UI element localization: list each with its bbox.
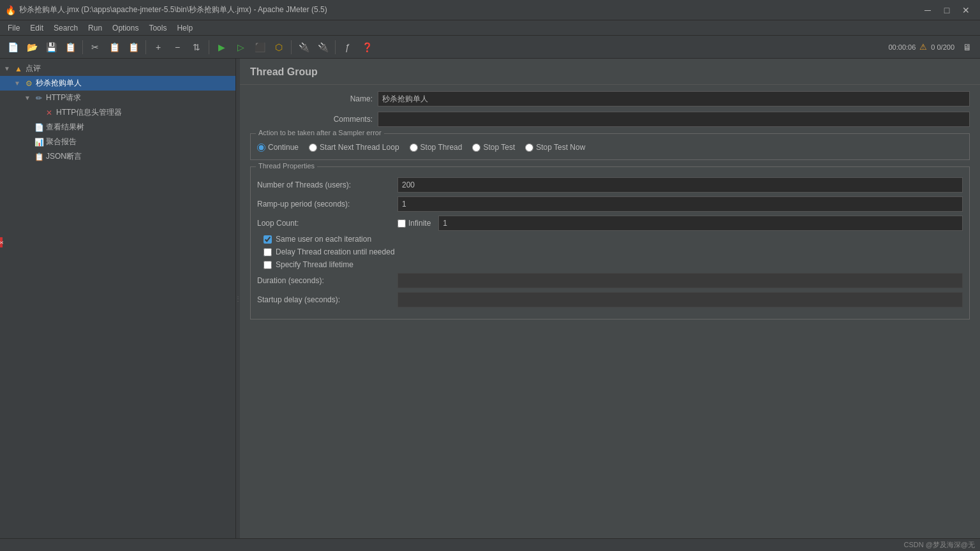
delay-creation-checkbox[interactable] [264, 248, 272, 256]
tree-icon-root: ▲ [13, 64, 24, 74]
tree-label-vrt: 查看结果树 [46, 122, 84, 133]
cut-button[interactable]: ✂ [86, 38, 104, 56]
tree-arrow-agg [23, 138, 32, 147]
stop-button[interactable]: ⬛ [251, 38, 269, 56]
radio-stop-test[interactable]: Stop Test [472, 143, 515, 152]
radio-stop-test-label: Stop Test [483, 143, 515, 152]
radio-stop-thread-label: Stop Thread [420, 143, 463, 152]
radio-start-next[interactable]: Start Next Thread Loop [309, 143, 399, 152]
tree-item-view-results[interactable]: 📄 查看结果树 [0, 120, 235, 135]
tree-icon-json: 📋 [34, 152, 44, 162]
startup-delay-input[interactable] [397, 292, 963, 307]
panel-title: Thread Group [240, 59, 980, 85]
save-button[interactable]: 💾 [42, 38, 60, 56]
infinite-checkbox[interactable] [397, 219, 406, 228]
radio-start-next-input[interactable] [309, 143, 317, 152]
radio-stop-thread[interactable]: Stop Thread [410, 143, 463, 152]
tree-arrow-json [23, 152, 32, 161]
remote-stop-button[interactable]: 🔌 [314, 38, 332, 56]
radio-continue-input[interactable] [257, 143, 265, 152]
tree-label-header: HTTP信息头管理器 [56, 107, 122, 118]
tree-label-agg: 聚合报告 [46, 136, 77, 147]
minimize-button[interactable]: ─ [919, 3, 937, 17]
infinite-label[interactable]: Infinite [408, 219, 431, 228]
window-controls: ─ □ ✕ [919, 3, 975, 17]
menu-edit[interactable]: Edit [25, 22, 48, 34]
toolbar: 📄 📂 💾 📋 ✂ 📋 📋 + − ⇅ ▶ ▷ ⬛ ⬡ 🔌 🔌 ƒ ❓ 00:0… [0, 36, 980, 59]
tree-label-http: HTTP请求 [46, 92, 81, 103]
timer-display: 00:00:06 [888, 43, 916, 51]
action-section-title: Action to be taken after a Sampler error [256, 129, 384, 136]
num-threads-row: Number of Threads (users): [257, 177, 963, 193]
menu-file[interactable]: File [3, 22, 25, 34]
num-threads-input[interactable] [397, 177, 963, 193]
ramp-up-input[interactable] [397, 196, 963, 212]
left-marker-1: X [0, 237, 3, 247]
duration-row: Duration (seconds): [257, 273, 963, 288]
radio-stop-test-now-input[interactable] [525, 143, 533, 152]
comments-row: Comments: [250, 112, 970, 127]
open-button[interactable]: 📂 [23, 38, 41, 56]
menu-help[interactable]: Help [172, 22, 198, 34]
tree-icon-tg: ⚙ [24, 78, 34, 89]
same-user-label[interactable]: Same user on each iteration [276, 235, 371, 244]
delay-creation-label[interactable]: Delay Thread creation until needed [276, 247, 395, 256]
loop-count-row: Loop Count: Infinite [257, 216, 963, 231]
comments-input[interactable] [378, 112, 970, 127]
toggle-button[interactable]: ⇅ [188, 38, 205, 56]
expand-button[interactable]: + [149, 38, 167, 56]
specify-lifetime-row: Specify Thread lifetime [257, 260, 963, 269]
sep5 [335, 40, 336, 54]
start-button[interactable]: ▶ [212, 38, 230, 56]
close-button[interactable]: ✕ [957, 3, 975, 17]
shutdown-button[interactable]: ⬡ [270, 38, 288, 56]
radio-continue-label: Continue [268, 143, 299, 152]
loop-count-input[interactable] [438, 216, 963, 231]
tree-item-http-request[interactable]: ▼ ✏ HTTP请求 [0, 91, 235, 105]
warning-icon: ⚠ [919, 42, 927, 52]
tree-item-root[interactable]: ▼ ▲ 点评 [0, 61, 235, 76]
same-user-checkbox[interactable] [264, 235, 272, 244]
form-area: Name: Comments: Action to be taken after… [240, 85, 980, 332]
menu-tools[interactable]: Tools [144, 22, 172, 34]
specify-lifetime-checkbox[interactable] [264, 261, 272, 269]
save-as-button[interactable]: 📋 [61, 38, 79, 56]
tree-item-thread-group[interactable]: ▼ ⚙ 秒杀抢购单人 [0, 76, 235, 91]
infinite-checkbox-wrapper: Infinite [397, 219, 431, 228]
help-button[interactable]: ❓ [358, 38, 376, 56]
new-button[interactable]: 📄 [4, 38, 22, 56]
name-input[interactable] [378, 91, 970, 107]
start-no-pauses-button[interactable]: ▷ [232, 38, 249, 56]
remote-start-button[interactable]: 🔌 [295, 38, 313, 56]
tree-item-json[interactable]: 📋 JSON断言 [0, 149, 235, 164]
action-section: Action to be taken after a Sampler error… [250, 133, 970, 160]
tree-arrow-root: ▼ [3, 64, 11, 73]
sep3 [209, 40, 209, 54]
radio-stop-test-now[interactable]: Stop Test Now [525, 143, 585, 152]
radio-stop-thread-input[interactable] [410, 143, 418, 152]
specify-lifetime-label[interactable]: Specify Thread lifetime [276, 260, 353, 269]
function-helper-button[interactable]: ƒ [339, 38, 357, 56]
paste-button[interactable]: 📋 [124, 38, 142, 56]
radio-continue[interactable]: Continue [257, 143, 299, 152]
tree-icon-agg: 📊 [34, 137, 44, 147]
tree-item-aggregate[interactable]: 📊 聚合报告 [0, 135, 235, 149]
menu-run[interactable]: Run [83, 22, 107, 34]
tree-arrow-http: ▼ [23, 94, 32, 103]
main-layout: ▼ ▲ 点评 ▼ ⚙ 秒杀抢购单人 ▼ ✏ HTTP请求 ✕ HTTP信息头管理… [0, 59, 980, 538]
radio-stop-test-now-label: Stop Test Now [536, 143, 585, 152]
name-label: Name: [250, 94, 378, 103]
radio-group: Continue Start Next Thread Loop Stop Thr… [257, 143, 963, 152]
remote-engines-button[interactable]: 🖥 [958, 38, 976, 56]
menu-search[interactable]: Search [48, 22, 83, 34]
tree-item-http-header[interactable]: ✕ HTTP信息头管理器 [0, 105, 235, 120]
duration-input[interactable] [397, 273, 963, 288]
menu-options[interactable]: Options [107, 22, 144, 34]
tree-icon-http: ✏ [34, 93, 44, 103]
collapse-button[interactable]: − [168, 38, 186, 56]
title-bar: 🔥 秒杀抢购单人.jmx (D:\apps\apache-jmeter-5.5\… [0, 0, 980, 20]
maximize-button[interactable]: □ [938, 3, 956, 17]
startup-delay-row: Startup delay (seconds): [257, 292, 963, 307]
copy-button[interactable]: 📋 [105, 38, 123, 56]
radio-stop-test-input[interactable] [472, 143, 480, 152]
